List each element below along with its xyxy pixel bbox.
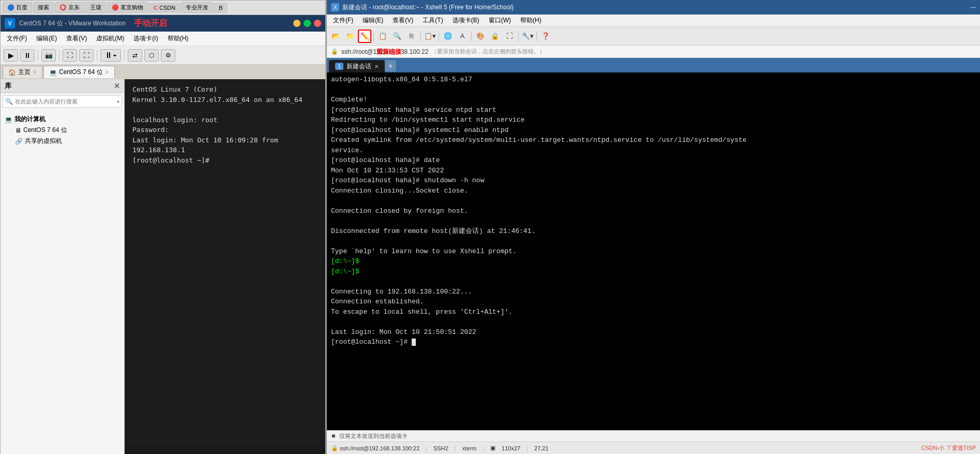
terminal-line: [root@localhost haha]# service ntpd star… bbox=[331, 105, 976, 115]
tab-home[interactable]: 🏠 主页 ✕ bbox=[3, 66, 42, 78]
xshell-window-controls: ─ bbox=[971, 3, 976, 11]
terminal-line-green2: [d:\~]$ bbox=[331, 267, 976, 277]
minimize-button[interactable] bbox=[293, 20, 300, 27]
menu-vm[interactable]: 虚拟机(M) bbox=[92, 33, 128, 45]
terminal-line: [root@localhost haha]# systemctl enable … bbox=[331, 125, 976, 136]
library-panel: 库 ✕ 🔍 ▾ 💻 我的计算机 🖥 CentOS 7 64 位 🔗 bbox=[1, 79, 125, 454]
toolbar-new-session[interactable]: 📂 bbox=[329, 30, 342, 43]
toolbar-send-btn[interactable]: ⇄ bbox=[128, 49, 142, 62]
tab-centos[interactable]: 💻 CentOS 7 64 位 ✕ bbox=[43, 66, 115, 78]
inputbar-label: 仅将文本发送到当前选项卡 bbox=[339, 432, 408, 440]
vmware-logo: V bbox=[5, 18, 15, 28]
toolbar-session-mgr[interactable]: 📋▾ bbox=[423, 30, 436, 43]
menu-edit[interactable]: 编辑(E) bbox=[358, 15, 387, 26]
xshell-terminal[interactable]: autogen-libopts.x86_64 0:5.18-5.el7 Comp… bbox=[327, 72, 980, 430]
pause-btn[interactable]: ⏸▾ bbox=[100, 49, 121, 62]
menu-help[interactable]: 帮助(H) bbox=[163, 33, 193, 45]
toolbar-power-btn[interactable]: ▶ bbox=[4, 49, 18, 62]
toolbar-settings-btn[interactable]: ⚙ bbox=[161, 49, 175, 62]
toolbar-usb-btn[interactable]: ⬡ bbox=[144, 49, 159, 62]
menu-tab[interactable]: 选项卡(I) bbox=[129, 33, 162, 45]
vmware-title: CentOS 7 64 位 - VMware Workstation bbox=[19, 19, 126, 28]
xshell-toolbar: 📂 📁 ✏️ 📋 🔍 ⎘ 📋▾ 🌐 A 🎨 🔒 ⛶ 🔧▾ ❓ bbox=[327, 27, 980, 46]
terminal-line: Disconnected from remote host(新建会话) at 2… bbox=[331, 226, 976, 237]
browser-tab-b[interactable]: B bbox=[214, 3, 227, 12]
tree-centos[interactable]: 🖥 CentOS 7 64 位 bbox=[13, 125, 122, 136]
computer-icon: 💻 bbox=[5, 116, 12, 123]
home-icon: 🏠 bbox=[8, 69, 16, 76]
monitor-icon: 🔍 bbox=[393, 32, 401, 40]
vm-screen[interactable]: CentOS Linux 7 (Core) Kernel 3.10.0-1127… bbox=[125, 79, 325, 445]
menu-tools[interactable]: 工具(T) bbox=[418, 15, 447, 26]
terminal-line bbox=[331, 317, 976, 327]
ssh-address: ssh://root@192.168.138.100:22 bbox=[341, 48, 428, 55]
toolbar-open[interactable]: 📁 bbox=[343, 30, 357, 43]
xshell-minimize[interactable]: ─ bbox=[971, 3, 976, 11]
tab-centos-label: CentOS 7 64 位 bbox=[59, 68, 103, 77]
terminal-line bbox=[331, 85, 976, 95]
tree-shared[interactable]: 🔗 共享的虚拟机 bbox=[13, 136, 122, 147]
terminal-line bbox=[331, 196, 976, 206]
toolbar-settings2[interactable]: 🔧▾ bbox=[521, 30, 534, 43]
tab-label: 京东 bbox=[68, 4, 80, 11]
tab-label: CSDN bbox=[159, 5, 175, 11]
browser-tab-search[interactable]: 搜索 bbox=[33, 2, 54, 13]
my-computer-label: 我的计算机 bbox=[14, 115, 46, 124]
add-session-btn[interactable]: + bbox=[385, 60, 396, 71]
browser-tab-csdn[interactable]: C CSDN bbox=[149, 3, 180, 12]
toolbar-fit-btn[interactable]: ⛶ bbox=[63, 49, 77, 62]
browser-tab-wang[interactable]: 王珑 bbox=[85, 2, 106, 13]
tree-my-computer[interactable]: 💻 我的计算机 bbox=[3, 114, 122, 125]
library-search-input[interactable] bbox=[15, 98, 117, 105]
terminal-line: Created symlink from /etc/systemd/system… bbox=[331, 135, 976, 145]
menu-view[interactable]: 查看(V) bbox=[388, 15, 417, 26]
xshell-panel: X 新建会话 - root@localhost:~ - Xshell 5 (Fr… bbox=[326, 0, 980, 454]
terminal-prompt: [root@localhost ~]# bbox=[331, 337, 976, 347]
close-button[interactable] bbox=[314, 20, 321, 27]
toolbar-font[interactable]: A bbox=[456, 30, 469, 43]
menu-tab[interactable]: 选项卡(B) bbox=[448, 15, 484, 26]
menu-help[interactable]: 帮助(H) bbox=[516, 15, 546, 26]
menu-file[interactable]: 文件(F) bbox=[329, 15, 357, 26]
toolbar-fullscreen-btn[interactable]: ⛶ bbox=[79, 49, 94, 62]
menu-file[interactable]: 文件(F) bbox=[3, 33, 31, 45]
vmware-panel: 🔵 百度 搜索 ⭕ 京东 王珑 🔴 茗宜购物 C CSDN 专业开发 B V bbox=[0, 0, 326, 454]
input-icon: ◾ bbox=[330, 433, 337, 440]
toolbar-reconnect[interactable]: ✏️ bbox=[358, 30, 371, 43]
browser-tab-baidu[interactable]: 🔵 百度 bbox=[3, 2, 32, 13]
maximize-button[interactable] bbox=[304, 20, 311, 27]
library-tree: 💻 我的计算机 🖥 CentOS 7 64 位 🔗 共享的虚拟机 bbox=[1, 110, 124, 454]
terminal-cursor bbox=[412, 339, 416, 346]
toolbar-copy[interactable]: ⎘ bbox=[405, 30, 418, 43]
session-tab-close[interactable]: ✕ bbox=[374, 64, 379, 69]
terminal-line: Type `help' to learn how to use Xshell p… bbox=[331, 246, 976, 257]
browser-tab-dev[interactable]: 专业开发 bbox=[181, 2, 213, 13]
menu-edit[interactable]: 编辑(E) bbox=[32, 33, 61, 45]
toolbar-snapshot-btn[interactable]: 📷 bbox=[41, 49, 56, 62]
menu-window[interactable]: 窗口(W) bbox=[485, 15, 515, 26]
dropdown-icon[interactable]: ▾ bbox=[117, 99, 119, 105]
toolbar-monitor[interactable]: 🔍 bbox=[390, 30, 404, 43]
toolbar-color[interactable]: 🎨 bbox=[474, 30, 487, 43]
toolbar-compose[interactable]: 📋 bbox=[376, 30, 389, 43]
terminal-line: Redirecting to /bin/systemctl start ntpd… bbox=[331, 115, 976, 125]
terminal-line: service. bbox=[331, 145, 976, 156]
browser-tab-jd[interactable]: ⭕ 京东 bbox=[55, 2, 84, 13]
terminal-line: Connection closing...Socket close. bbox=[331, 186, 976, 196]
toolbar-suspend-btn[interactable]: ⏸ bbox=[20, 49, 35, 62]
home-tab-close[interactable]: ✕ bbox=[33, 69, 37, 75]
toolbar-fullscreen[interactable]: ⛶ bbox=[503, 30, 516, 43]
browser-tab-shopping[interactable]: 🔴 茗宜购物 bbox=[107, 2, 148, 13]
library-search-box[interactable]: 🔍 ▾ bbox=[3, 95, 122, 108]
toolbar-global[interactable]: 🌐 bbox=[441, 30, 455, 43]
status-lock-icon: 🔒 bbox=[331, 445, 338, 451]
vm-outer-tabs: 🏠 主页 ✕ 💻 CentOS 7 64 位 ✕ bbox=[1, 65, 325, 79]
library-close-btn[interactable]: ✕ bbox=[114, 82, 120, 90]
status-arrow: ▣ bbox=[490, 445, 495, 451]
vm-display[interactable]: CentOS Linux 7 (Core) Kernel 3.10.0-1127… bbox=[125, 79, 325, 454]
toolbar-help[interactable]: ❓ bbox=[539, 30, 552, 43]
centos-tab-close[interactable]: ✕ bbox=[105, 69, 109, 75]
toolbar-lock[interactable]: 🔒 bbox=[488, 30, 502, 43]
session-tab-1[interactable]: 1 新建会话 ✕ bbox=[329, 60, 385, 72]
menu-view[interactable]: 查看(V) bbox=[62, 33, 91, 45]
